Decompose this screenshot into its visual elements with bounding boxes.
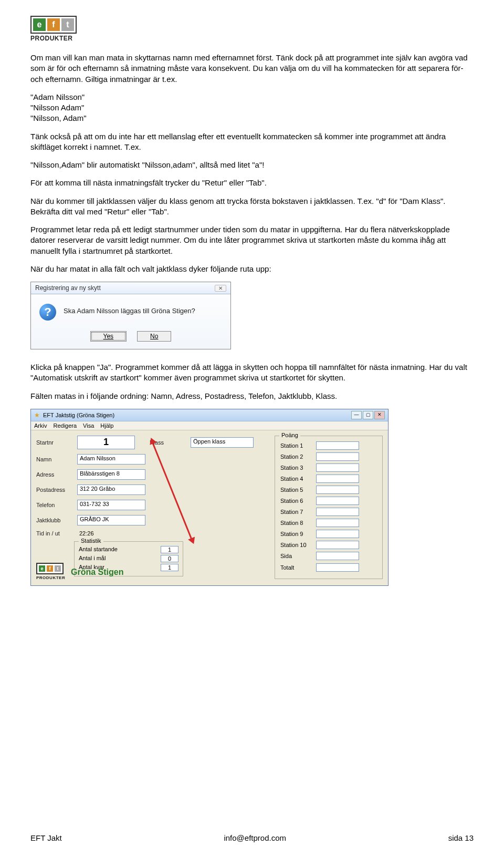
logo-letter-f: f <box>47 18 60 31</box>
minimize-button[interactable]: — <box>351 411 362 419</box>
stat-mal-label: Antal i mål <box>79 555 106 562</box>
examples-block: "Adam Nilsson" "Nilsson Adam" "Nilsson, … <box>30 92 474 124</box>
menu-bar: Arkiv Redigera Visa Hjälp <box>31 421 388 430</box>
telefon-input[interactable]: 031-732 33 <box>77 500 145 510</box>
station-3-input[interactable] <box>316 463 359 472</box>
maximize-button[interactable]: ▢ <box>363 411 373 419</box>
dialog-yes-button[interactable]: Yes <box>90 331 127 342</box>
footer-right: sida 13 <box>448 833 474 842</box>
station-10-label: Station 10 <box>280 542 312 548</box>
logo-subtext: PRODUKTER <box>30 35 474 42</box>
paragraph-6: Programmet letar reda på ett ledigt star… <box>30 224 474 256</box>
namn-label: Namn <box>36 456 73 462</box>
station-8-input[interactable] <box>316 519 359 527</box>
page-footer: EFT Jakt info@eftprod.com sida 13 <box>30 833 474 842</box>
startnr-input[interactable]: 1 <box>77 436 135 449</box>
station-1-input[interactable] <box>316 441 359 450</box>
dialog-title-text: Registrering av ny skytt <box>35 284 101 292</box>
paragraph-5: När du kommer till jaktklassen väljer du… <box>30 196 474 218</box>
station-6-input[interactable] <box>316 497 359 505</box>
jaktklubb-label: Jaktklubb <box>36 517 73 523</box>
dialog-no-button[interactable]: No <box>137 331 171 342</box>
logo-letter-t: t <box>61 18 74 31</box>
menu-visa[interactable]: Visa <box>83 422 94 429</box>
paragraph-1: Om man vill kan man mata in skyttarnas n… <box>30 53 474 85</box>
station-1-label: Station 1 <box>280 442 312 449</box>
klass-select[interactable]: Öppen klass <box>191 437 254 448</box>
station-7-label: Station 7 <box>280 509 312 515</box>
adress-input[interactable]: Blåbärsstigen 8 <box>77 469 145 480</box>
paragraph-9: Fälten matas in i följande ordning: Namn… <box>30 391 474 401</box>
station-4-input[interactable] <box>316 475 359 483</box>
station-9-input[interactable] <box>316 530 359 538</box>
sida-input[interactable] <box>316 552 359 560</box>
menu-hjalp[interactable]: Hjälp <box>100 422 113 429</box>
adress-label: Adress <box>36 471 73 478</box>
station-8-label: Station 8 <box>280 520 312 526</box>
example-3: "Nilsson, Adam" <box>30 113 474 123</box>
paragraph-2: Tänk också på att om du inte har ett mel… <box>30 131 474 153</box>
menu-arkiv[interactable]: Arkiv <box>34 422 47 429</box>
example-2: "Nilsson Adam" <box>30 102 474 113</box>
stat-mal-value: 0 <box>161 555 178 562</box>
jaktklubb-input[interactable]: GRÅBO JK <box>77 515 145 525</box>
menu-redigera[interactable]: Redigera <box>53 422 77 429</box>
startnr-label: Startnr <box>36 439 73 446</box>
totalt-input[interactable] <box>316 563 359 572</box>
paragraph-7: När du har matat in alla fält och valt j… <box>30 264 474 274</box>
footer-left: EFT Jakt <box>30 833 62 842</box>
app-icon: ★ <box>34 411 40 419</box>
station-2-input[interactable] <box>316 452 359 461</box>
confirm-dialog: Registrering av ny skytt ✕ ? Ska Adam Ni… <box>30 282 231 349</box>
logo-letter-e: e <box>33 18 46 31</box>
example-1: "Adam Nilsson" <box>30 92 474 102</box>
paragraph-8: Klicka på knappen "Ja". Programmet komme… <box>30 362 474 384</box>
namn-input[interactable]: Adam Nilsson <box>77 454 145 465</box>
postadress-label: Postadress <box>36 487 73 493</box>
footer-center: info@eftprod.com <box>224 833 286 842</box>
app-brand-text: Gröna Stigen <box>71 568 123 577</box>
station-6-label: Station 6 <box>280 498 312 504</box>
tid-label: Tid in / ut <box>36 530 73 537</box>
station-9-label: Station 9 <box>280 531 312 537</box>
app-window: ★ EFT Jaktstig (Gröna Stigen) — ▢ ✕ Arki… <box>30 409 388 586</box>
dialog-message: Ska Adam Nilsson läggas till Gröna Stige… <box>64 304 195 315</box>
station-5-label: Station 5 <box>280 487 312 493</box>
paragraph-4: För att komma till nästa inmatningsfält … <box>30 178 474 188</box>
stat-kvar-value: 1 <box>161 564 178 571</box>
app-brand-logo: e f t PRODUKTER <box>36 563 65 580</box>
station-10-input[interactable] <box>316 541 359 549</box>
totalt-label: Totalt <box>280 564 312 571</box>
stat-start-label: Antal startande <box>79 546 118 553</box>
question-icon: ? <box>39 304 56 321</box>
station-2-label: Station 2 <box>280 453 312 460</box>
paragraph-3: "Nilsson,Adam" blir automatiskt "Nilsson… <box>30 160 474 170</box>
dialog-close-button[interactable]: ✕ <box>215 285 226 292</box>
station-5-input[interactable] <box>316 486 359 494</box>
tid-value: 22:26 <box>79 530 94 537</box>
station-3-label: Station 3 <box>280 465 312 471</box>
stat-legend: Statistik <box>79 538 103 544</box>
station-7-input[interactable] <box>316 508 359 516</box>
poang-group: Poäng Station 1 Station 2 Station 3 Stat… <box>275 436 383 579</box>
stat-start-value: 1 <box>161 546 178 553</box>
app-title: EFT Jaktstig (Gröna Stigen) <box>43 412 114 418</box>
close-button[interactable]: ✕ <box>374 411 385 419</box>
brand-logo: e f t PRODUKTER <box>30 16 474 42</box>
station-4-label: Station 4 <box>280 476 312 482</box>
sida-label: Sida <box>280 553 312 559</box>
postadress-input[interactable]: 312 20 Gråbo <box>77 484 145 495</box>
poang-legend: Poäng <box>279 432 300 438</box>
telefon-label: Telefon <box>36 502 73 508</box>
